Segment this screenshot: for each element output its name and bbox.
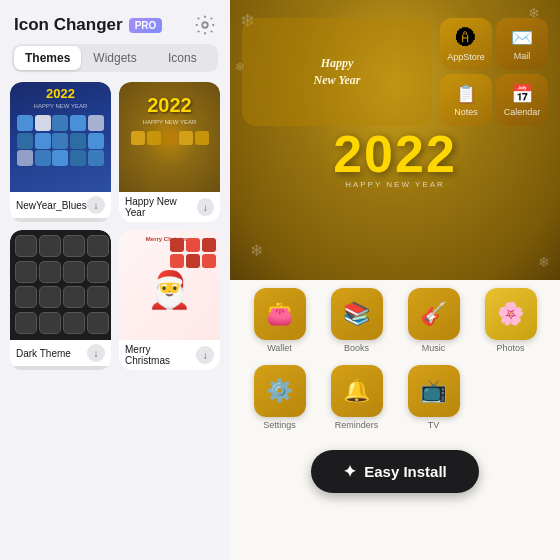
download-btn-christmas[interactable]: ↓: [196, 346, 214, 364]
easy-install-button[interactable]: ✦ Easy Install: [311, 450, 479, 493]
app-icon-reminders: 🔔 Reminders: [321, 365, 392, 430]
sparkle-icon: ✦: [343, 462, 356, 481]
app-icon-calendar: 📅 Calendar: [496, 74, 548, 126]
preview-bottom: 👛 Wallet 📚 Books 🎸 Music 🌸 Photos ⚙️ Set…: [230, 280, 560, 560]
theme-card-christmas[interactable]: Merry Christmas 🎅 Merry Christmas ↓: [119, 230, 220, 370]
top-app-icons: 🅐 AppStore ✉️ Mail 📋 Notes 📅 Calendar: [440, 18, 548, 126]
app-icon-settings: ⚙️ Settings: [244, 365, 315, 430]
year-2022: 2022: [333, 128, 457, 180]
theme-card-dark[interactable]: Dark Theme ↓: [10, 230, 111, 370]
tab-bar: Themes Widgets Icons: [12, 44, 218, 72]
tab-icons[interactable]: Icons: [149, 46, 216, 70]
app-icon-books: 📚 Books: [321, 288, 392, 353]
theme-card-newyear-blues[interactable]: 2022 HAPPY NEW YEAR: [10, 82, 111, 222]
app-icon-wallet: 👛 Wallet: [244, 288, 315, 353]
pro-badge: PRO: [129, 18, 163, 33]
right-panel: ❄ ❄ ❄ ❄ ❄ HappyNew Year 🅐 AppStore ✉️ Ma…: [230, 0, 560, 560]
app-icon-photos: 🌸 Photos: [475, 288, 546, 353]
easy-install-area: ✦ Easy Install: [230, 438, 560, 509]
year-display: 2022 HAPPY NEW YEAR: [230, 128, 560, 189]
download-btn-dark[interactable]: ↓: [87, 344, 105, 362]
happy-new-year-widget: HappyNew Year: [242, 18, 432, 126]
app-icon-notes: 📋 Notes: [440, 74, 492, 126]
themes-grid: 2022 HAPPY NEW YEAR: [0, 82, 230, 370]
left-panel: Icon Changer PRO Themes Widgets Icons 20…: [0, 0, 230, 560]
theme-card-happy-newyear[interactable]: 2022 HAPPY NEW YEAR Happy New Year ↓: [119, 82, 220, 222]
theme-label-newyear-blues: NewYear_Blues ↓: [10, 192, 111, 218]
settings-icon[interactable]: [194, 14, 216, 36]
app-icon-appstore: 🅐 AppStore: [440, 18, 492, 70]
app-title: Icon Changer: [14, 15, 123, 35]
tab-themes[interactable]: Themes: [14, 46, 81, 70]
header-title: Icon Changer PRO: [14, 15, 162, 35]
app-icon-empty: [475, 365, 546, 430]
theme-label-christmas: Merry Christmas ↓: [119, 340, 220, 370]
preview-top: ❄ ❄ ❄ ❄ ❄ HappyNew Year 🅐 AppStore ✉️ Ma…: [230, 0, 560, 280]
header: Icon Changer PRO: [0, 0, 230, 44]
theme-label-happy-newyear: Happy New Year ↓: [119, 192, 220, 222]
app-icon-music: 🎸 Music: [398, 288, 469, 353]
happy-new-year-text: HappyNew Year: [314, 55, 361, 89]
download-btn-newyear-blues[interactable]: ↓: [87, 196, 105, 214]
easy-install-label: Easy Install: [364, 463, 447, 480]
bottom-icons-row2: ⚙️ Settings 🔔 Reminders 📺 TV: [230, 361, 560, 438]
theme-label-dark: Dark Theme ↓: [10, 340, 111, 366]
svg-point-0: [202, 22, 208, 28]
bottom-icons-row1: 👛 Wallet 📚 Books 🎸 Music 🌸 Photos: [230, 280, 560, 361]
tab-widgets[interactable]: Widgets: [81, 46, 148, 70]
download-btn-happy-newyear[interactable]: ↓: [197, 198, 214, 216]
happy-new-year-subtitle: HAPPY NEW YEAR: [345, 180, 445, 189]
app-icon-mail: ✉️ Mail: [496, 18, 548, 70]
app-icon-tv: 📺 TV: [398, 365, 469, 430]
